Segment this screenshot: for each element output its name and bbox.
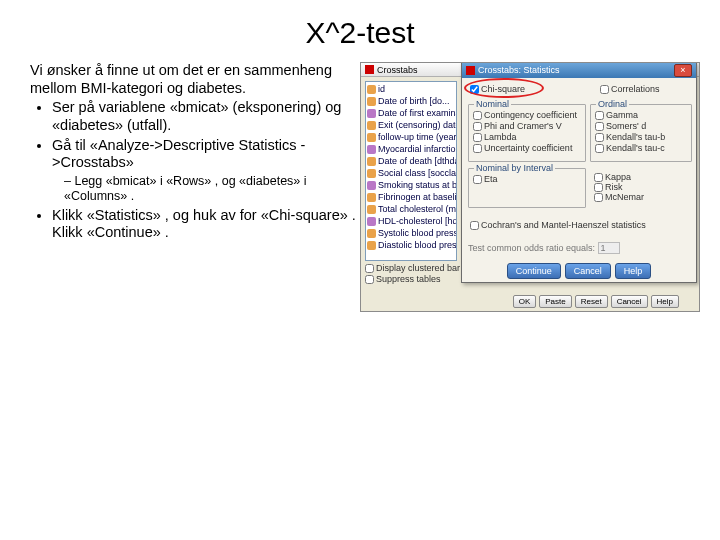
checkbox[interactable] <box>473 144 482 153</box>
checkbox[interactable] <box>473 111 482 120</box>
checkbox[interactable] <box>473 133 482 142</box>
checkbox[interactable] <box>595 122 604 131</box>
variable-icon <box>367 157 376 166</box>
variable-icon <box>367 85 376 94</box>
variable-item[interactable]: Systolic blood pressure... <box>367 227 455 239</box>
nbi-check[interactable]: Eta <box>473 174 581 184</box>
variable-icon <box>367 121 376 130</box>
nbi-legend: Nominal by Interval <box>474 163 555 173</box>
variable-item[interactable]: Exit (censoring) date for <box>367 119 455 131</box>
checkbox[interactable] <box>595 144 604 153</box>
variable-icon <box>367 97 376 106</box>
ordinal-label: Somers' d <box>606 121 646 131</box>
paste-button[interactable]: Paste <box>539 295 571 308</box>
chi-square-check[interactable]: Chi-square <box>470 84 525 94</box>
nominal-label: Lambda <box>484 132 517 142</box>
nominal-legend: Nominal <box>474 99 511 109</box>
ordinal-check[interactable]: Kendall's tau-b <box>595 132 687 142</box>
ok-button[interactable]: OK <box>513 295 537 308</box>
right-check[interactable]: McNemar <box>594 192 644 202</box>
spss-screenshot: Crosstabs idDate of birth [do...Date of … <box>360 62 700 312</box>
variable-label: id <box>378 84 385 94</box>
right-check[interactable]: Risk <box>594 182 644 192</box>
slide-title: X^2-test <box>0 16 720 50</box>
checkbox[interactable] <box>470 85 479 94</box>
least-ratio-label: Test common odds ratio equals: 1 <box>468 242 620 254</box>
variable-item[interactable]: Myocardial infarction or... <box>367 143 455 155</box>
nominal-label: Uncertainty coefficient <box>484 143 572 153</box>
variable-item[interactable]: id <box>367 83 455 95</box>
checkbox[interactable] <box>470 221 479 230</box>
variable-icon <box>367 181 376 190</box>
checkbox[interactable] <box>594 173 603 182</box>
statistics-dialog: Crosstabs: Statistics × Chi-square Corre… <box>461 62 697 283</box>
variable-icon <box>367 217 376 226</box>
checkbox[interactable] <box>594 193 603 202</box>
checkbox[interactable] <box>365 264 374 273</box>
variable-label: Exit (censoring) date for <box>378 120 457 130</box>
variable-item[interactable]: follow-up time (years) [f... <box>367 131 455 143</box>
ordinal-label: Kendall's tau-b <box>606 132 665 142</box>
nominal-check[interactable]: Contingency coefficient <box>473 110 581 120</box>
variable-icon <box>367 193 376 202</box>
stats-titlebar: Crosstabs: Statistics × <box>462 62 696 78</box>
variable-item[interactable]: Fibrinogen at baseline [... <box>367 191 455 203</box>
variable-item[interactable]: Date of death [dthdate] <box>367 155 455 167</box>
nbi-label: Eta <box>484 174 498 184</box>
nominal-label: Contingency coefficient <box>484 110 577 120</box>
checkbox[interactable] <box>594 183 603 192</box>
variable-list[interactable]: idDate of birth [do...Date of first exam… <box>365 81 457 261</box>
reset-button[interactable]: Reset <box>575 295 608 308</box>
checkbox[interactable] <box>595 111 604 120</box>
help-button[interactable]: Help <box>651 295 679 308</box>
variable-label: Diastolic blood pressure... <box>378 240 457 250</box>
variable-item[interactable]: Total cholesterol (mmo... <box>367 203 455 215</box>
variable-label: Date of first examination <box>378 108 457 118</box>
variable-icon <box>367 133 376 142</box>
close-icon[interactable]: × <box>674 64 692 77</box>
variable-item[interactable]: Date of birth [do... <box>367 95 455 107</box>
slide-body-text: Vi ønsker å finne ut om det er en sammen… <box>30 62 360 312</box>
cochran-check[interactable]: Cochran's and Mantel-Haenszel statistics <box>470 220 646 230</box>
stats-help-button[interactable]: Help <box>615 263 652 279</box>
variable-label: Fibrinogen at baseline [... <box>378 192 457 202</box>
right-label: Risk <box>605 182 623 192</box>
ordinal-check[interactable]: Somers' d <box>595 121 687 131</box>
ordinal-check[interactable]: Gamma <box>595 110 687 120</box>
variable-item[interactable]: Smoking status at base... <box>367 179 455 191</box>
variable-label: HDL-cholesterol [hdlcho... <box>378 216 457 226</box>
variable-item[interactable]: Social class [socclass] <box>367 167 455 179</box>
crosstabs-title: Crosstabs <box>377 65 418 75</box>
checkbox[interactable] <box>600 85 609 94</box>
bullet-1: Ser på variablene «bmicat» (eksponering)… <box>52 99 360 134</box>
checkbox[interactable] <box>473 122 482 131</box>
variable-icon <box>367 241 376 250</box>
checkbox[interactable] <box>365 275 374 284</box>
right-check[interactable]: Kappa <box>594 172 644 182</box>
continue-button[interactable]: Continue <box>507 263 561 279</box>
stats-dialog-title: Crosstabs: Statistics <box>478 65 560 75</box>
variable-label: Date of birth [do... <box>378 96 450 106</box>
chi-label: Chi-square <box>481 84 525 94</box>
variable-item[interactable]: Date of first examination <box>367 107 455 119</box>
coch-label: Cochran's and Mantel-Haenszel statistics <box>481 220 646 230</box>
stats-cancel-button[interactable]: Cancel <box>565 263 611 279</box>
nominal-check[interactable]: Lambda <box>473 132 581 142</box>
ordinal-legend: Ordinal <box>596 99 629 109</box>
checkbox[interactable] <box>595 133 604 142</box>
nbi-group: Nominal by Interval Eta <box>468 168 586 208</box>
ordinal-check[interactable]: Kendall's tau-c <box>595 143 687 153</box>
nominal-check[interactable]: Uncertainty coefficient <box>473 143 581 153</box>
ordinal-label: Kendall's tau-c <box>606 143 665 153</box>
right-label: McNemar <box>605 192 644 202</box>
ratio-input: 1 <box>598 242 620 254</box>
nominal-check[interactable]: Phi and Cramer's V <box>473 121 581 131</box>
variable-item[interactable]: HDL-cholesterol [hdlcho... <box>367 215 455 227</box>
cancel-button[interactable]: Cancel <box>611 295 648 308</box>
checkbox[interactable] <box>473 175 482 184</box>
variable-icon <box>367 169 376 178</box>
sub-bullet: Legg «bmicat» i «Rows» , og «diabetes» i… <box>64 174 360 205</box>
variable-item[interactable]: Diastolic blood pressure... <box>367 239 455 251</box>
variable-icon <box>367 109 376 118</box>
correlations-check[interactable]: Correlations <box>600 84 660 94</box>
